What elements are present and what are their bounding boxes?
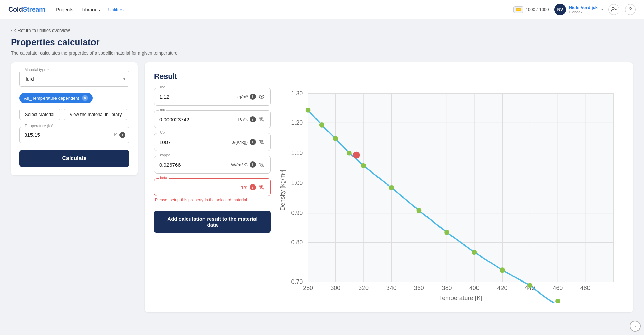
- beta-info-icon[interactable]: i: [250, 184, 256, 190]
- kappa-eye-off-icon[interactable]: [258, 161, 265, 168]
- beta-label: beta: [159, 176, 169, 180]
- back-arrow-icon: ‹: [11, 28, 12, 33]
- material-chip-label: Air_Temperature dependent: [24, 96, 79, 101]
- svg-text:1.00: 1.00: [291, 180, 303, 187]
- help-button[interactable]: ?: [625, 4, 636, 15]
- svg-point-55: [527, 283, 532, 288]
- kappa-value: 0.026766: [159, 162, 231, 168]
- svg-text:480: 480: [580, 285, 591, 291]
- cp-unit: J/(K*kg): [232, 140, 248, 145]
- cp-info-icon[interactable]: i: [250, 139, 256, 145]
- temperature-input[interactable]: [19, 127, 129, 143]
- page-title: Properties calculator: [11, 37, 633, 48]
- main-nav: Projects Libraries Utilities: [56, 5, 513, 14]
- svg-point-53: [472, 250, 477, 255]
- material-type-group: Material type * fluid ▾: [19, 71, 129, 87]
- app-header: ColdStream Projects Libraries Utilities …: [0, 0, 644, 19]
- rho-info-icon[interactable]: i: [250, 94, 256, 100]
- temperature-label: Temperature (K)*: [23, 124, 55, 128]
- user-info: Niels Verdijck Diabatix: [569, 5, 598, 14]
- beta-unit: 1/K: [241, 185, 248, 190]
- density-chart: 1.30 1.20 1.10 1.00 0.90 0.80 0.70 280 3…: [277, 88, 623, 303]
- kappa-unit: W/(m*K): [231, 162, 248, 167]
- view-library-button[interactable]: View the material in library: [64, 109, 127, 120]
- material-type-select[interactable]: fluid: [19, 71, 129, 87]
- svg-text:Temperature [K]: Temperature [K]: [439, 295, 482, 301]
- beta-eye-off-icon[interactable]: [258, 183, 265, 191]
- svg-point-50: [389, 185, 394, 190]
- temperature-suffix: K i: [114, 132, 125, 138]
- mu-info-icon[interactable]: i: [250, 116, 256, 122]
- mu-label: mu: [159, 108, 166, 112]
- add-result-button[interactable]: Add calculation result to the material d…: [154, 211, 271, 233]
- left-panel: Material type * fluid ▾ Air_Temperature …: [11, 62, 138, 175]
- svg-point-57: [353, 152, 360, 159]
- svg-point-45: [306, 108, 311, 113]
- svg-text:400: 400: [469, 285, 480, 291]
- add-user-button[interactable]: [608, 4, 619, 15]
- chevron-down-icon: ▾: [601, 8, 603, 11]
- kappa-label: kappa: [159, 153, 172, 157]
- kappa-info-icon[interactable]: i: [250, 161, 256, 168]
- user-menu[interactable]: NV Niels Verdijck Diabatix ▾: [554, 4, 603, 15]
- page-description: The calculator calculates the properties…: [11, 50, 633, 56]
- material-actions: Select Material View the material in lib…: [19, 109, 129, 120]
- add-btn-row: Add calculation result to the material d…: [154, 211, 271, 233]
- user-name: Niels Verdijck: [569, 5, 598, 10]
- nav-libraries[interactable]: Libraries: [82, 5, 100, 14]
- result-field-rho: rho 1.12 kg/m³ i: [154, 88, 271, 106]
- select-material-button[interactable]: Select Material: [19, 109, 60, 120]
- mu-unit: Pa*s: [238, 117, 248, 122]
- result-field-beta: beta 1/K i: [154, 178, 271, 196]
- svg-text:1.20: 1.20: [291, 119, 303, 126]
- svg-text:280: 280: [303, 285, 313, 291]
- svg-point-54: [500, 267, 505, 273]
- svg-text:1.30: 1.30: [291, 90, 303, 97]
- logo: ColdStream: [8, 5, 45, 13]
- svg-point-4: [261, 96, 263, 98]
- cp-eye-off-icon[interactable]: [258, 138, 265, 146]
- result-fields: rho 1.12 kg/m³ i mu 0.0000237: [154, 88, 271, 303]
- svg-text:300: 300: [330, 285, 340, 291]
- rho-unit: kg/m³: [237, 94, 248, 99]
- svg-point-51: [416, 208, 421, 213]
- back-link[interactable]: ‹ < Return to utilities overview: [11, 28, 70, 33]
- svg-point-47: [333, 136, 338, 141]
- rho-unit-area: kg/m³ i: [237, 93, 266, 100]
- svg-point-56: [555, 299, 560, 303]
- material-type-label: Material type *: [23, 68, 50, 72]
- svg-text:Density [kg/m³]: Density [kg/m³]: [279, 170, 286, 211]
- beta-unit-area: 1/K i: [241, 183, 265, 191]
- rho-eye-icon[interactable]: [258, 93, 265, 100]
- chip-remove-icon[interactable]: ✕: [82, 95, 88, 101]
- temperature-info-icon[interactable]: i: [119, 132, 125, 138]
- nav-projects[interactable]: Projects: [56, 5, 73, 14]
- chart-area: 1.30 1.20 1.10 1.00 0.90 0.80 0.70 280 3…: [277, 88, 623, 303]
- svg-text:360: 360: [414, 285, 424, 291]
- header-right: 💳 1000 / 1000 NV Niels Verdijck Diabatix…: [513, 4, 636, 15]
- mu-unit-area: Pa*s i: [238, 116, 265, 123]
- material-type-select-wrapper: fluid ▾: [19, 71, 129, 87]
- mu-eye-off-icon[interactable]: [258, 116, 265, 123]
- material-chip[interactable]: Air_Temperature dependent ✕: [19, 93, 93, 103]
- main-grid: Material type * fluid ▾ Air_Temperature …: [11, 62, 633, 312]
- page-content: ‹ < Return to utilities overview Propert…: [0, 19, 644, 321]
- temperature-unit: K: [114, 132, 117, 137]
- credit-value: 1000 / 1000: [525, 7, 549, 12]
- rho-value: 1.12: [159, 94, 237, 100]
- beta-error-message: Please, setup this property in the selec…: [154, 198, 271, 202]
- result-field-kappa: kappa 0.026766 W/(m*K) i: [154, 156, 271, 174]
- svg-text:320: 320: [358, 285, 369, 291]
- svg-point-49: [361, 163, 366, 168]
- svg-text:420: 420: [497, 285, 508, 291]
- calculate-button[interactable]: Calculate: [19, 150, 129, 167]
- svg-point-52: [444, 230, 449, 235]
- nav-utilities[interactable]: Utilities: [108, 5, 124, 14]
- svg-text:380: 380: [442, 285, 452, 291]
- svg-text:460: 460: [553, 285, 563, 291]
- result-field-mu: mu 0.000023742 Pa*s i: [154, 110, 271, 128]
- svg-text:340: 340: [386, 285, 397, 291]
- temperature-group: Temperature (K)* K i: [19, 127, 129, 143]
- rho-label: rho: [159, 85, 167, 89]
- svg-text:0.70: 0.70: [291, 278, 303, 285]
